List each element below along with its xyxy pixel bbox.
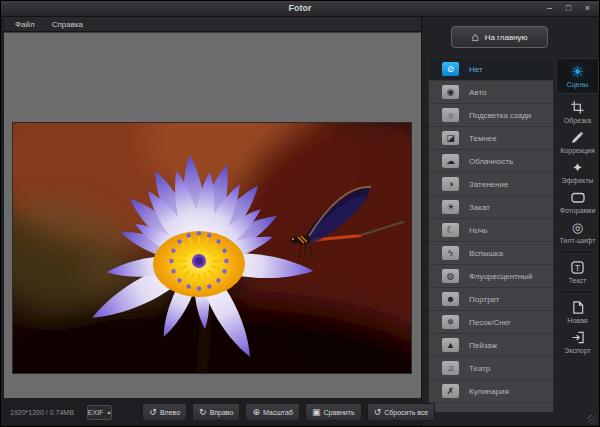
scene-item-label: Затенение xyxy=(469,180,508,189)
frame-icon xyxy=(571,190,585,205)
utensils-icon: ✗ xyxy=(442,384,459,398)
button-label: Масштаб xyxy=(263,409,293,416)
scene-item-cuisine[interactable]: ✗ Кулинария xyxy=(429,380,553,403)
scene-item-label: Театр xyxy=(469,364,490,373)
reset-all-button[interactable]: ↺ Сбросить все xyxy=(367,403,436,421)
scene-item-label: Нет xyxy=(469,65,483,74)
tool-label: Эффекты xyxy=(562,177,594,184)
dark-frame-icon: ◪ xyxy=(442,131,459,145)
water-lily-photo xyxy=(13,123,411,373)
scene-item-landscape[interactable]: ▲ Пейзаж xyxy=(429,334,553,357)
scene-item-label: Авто xyxy=(469,88,486,97)
resize-grip[interactable] xyxy=(588,415,597,424)
scene-item-label: Песок/Снег xyxy=(469,318,511,327)
zoom-plus-icon: ⊕ xyxy=(252,408,260,417)
no-scene-icon: ⊘ xyxy=(442,62,459,76)
scene-item-auto[interactable]: ◉ Авто xyxy=(429,81,553,104)
button-label: Вправо xyxy=(210,409,234,416)
crop-icon xyxy=(571,100,584,115)
tab-correction[interactable]: Коррекция xyxy=(560,130,594,154)
triangle-up-icon: ▲ xyxy=(106,410,111,415)
tab-crop[interactable]: Обрезка xyxy=(564,100,591,124)
scene-item-sand-snow[interactable]: ❄ Песок/Снег xyxy=(429,311,553,334)
rotate-left-button[interactable]: ↺ Влево xyxy=(142,403,187,421)
sparkle-icon: ✦ xyxy=(572,160,583,175)
menu-help[interactable]: Справка xyxy=(52,20,83,29)
tilt-shift-icon: ◎ xyxy=(572,220,583,235)
tool-label: Тилт-шифт xyxy=(560,237,596,244)
home-icon: ⌂ xyxy=(471,31,478,43)
tab-tilt-shift[interactable]: ◎ Тилт-шифт xyxy=(560,220,596,244)
scene-item-label: Ночь xyxy=(469,226,487,235)
snowflake-icon: ❄ xyxy=(442,315,459,329)
photo-preview xyxy=(13,123,411,373)
compare-button[interactable]: ▣ Сравнить xyxy=(305,403,362,421)
person-icon: ☻ xyxy=(442,292,459,306)
lamp-icon: ◍ xyxy=(442,269,459,283)
scene-item-darker[interactable]: ◪ Темнее xyxy=(429,127,553,150)
rotate-right-button[interactable]: ↻ Вправо xyxy=(192,403,240,421)
scene-item-shade[interactable]: ◑ Затенение xyxy=(429,173,553,196)
scenes-sun-icon: ☀ xyxy=(571,64,584,79)
scene-item-cloudy[interactable]: ☁ Облачность xyxy=(429,150,553,173)
tool-label: Обрезка xyxy=(564,117,591,124)
tool-label: Фоторамки xyxy=(560,207,596,214)
rotate-left-icon: ↺ xyxy=(149,408,157,417)
tab-effects[interactable]: ✦ Эффекты xyxy=(562,160,594,184)
scene-item-label: Вспышка xyxy=(469,249,503,258)
svg-text:T: T xyxy=(575,263,580,273)
tab-scenes[interactable]: ☀ Сцены xyxy=(556,58,599,94)
tab-export[interactable]: Экспорт xyxy=(564,330,590,354)
minimize-button[interactable]: – xyxy=(544,2,555,15)
scene-item-none[interactable]: ⊘ Нет xyxy=(429,58,553,81)
scene-item-label: Пейзаж xyxy=(469,341,497,350)
maximize-button[interactable]: □ xyxy=(563,2,574,15)
scene-item-night[interactable]: ☾ Ночь xyxy=(429,219,553,242)
cloud-icon: ☁ xyxy=(442,154,459,168)
scene-item-label: Кулинария xyxy=(469,387,509,396)
sun-flare-icon: ☼ xyxy=(442,108,459,122)
tool-label: Текст xyxy=(569,277,587,284)
tool-label: Сцены xyxy=(567,81,589,88)
title-bar: Fotor – □ × xyxy=(1,1,599,17)
window-controls: – □ × xyxy=(544,2,593,15)
scene-item-label: Облачность xyxy=(469,157,513,166)
moon-icon: ☾ xyxy=(442,223,459,237)
home-button-label: На главную xyxy=(485,33,528,42)
scene-item-backlight[interactable]: ☼ Подсветка сзади xyxy=(429,104,553,127)
exif-label: EXIF xyxy=(88,409,104,416)
scene-item-label: Закат xyxy=(469,203,490,212)
zoom-button[interactable]: ⊕ Масштаб xyxy=(245,403,300,421)
scene-item-sunset[interactable]: ☀ Закат xyxy=(429,196,553,219)
camera-icon: ◉ xyxy=(442,85,459,99)
shade-icon: ◑ xyxy=(442,177,459,191)
window-title: Fotor xyxy=(1,3,599,13)
rail-divider xyxy=(561,292,595,294)
lightning-icon: ϟ xyxy=(442,246,459,260)
canvas-actions: ↺ Влево ↻ Вправо ⊕ Масштаб ▣ Сравнить ↺ … xyxy=(142,403,435,421)
tab-new[interactable]: Новая xyxy=(567,300,587,324)
scenes-list: ⊘ Нет ◉ Авто ☼ Подсветка сзади ◪ Темнее … xyxy=(428,57,554,413)
scene-item-label: Флуоресцентный xyxy=(469,272,532,281)
text-tool-icon: T xyxy=(571,260,584,275)
tool-label: Коррекция xyxy=(560,147,594,154)
scene-item-flash[interactable]: ϟ Вспышка xyxy=(429,242,553,265)
sunset-icon: ☀ xyxy=(442,200,459,214)
status-bar: 1920*1200 / 0.74MB EXIF ▲ ↺ Влево ↻ Впра… xyxy=(4,398,421,426)
button-label: Влево xyxy=(160,409,180,416)
scene-item-fluorescent[interactable]: ◍ Флуоресцентный xyxy=(429,265,553,288)
scene-item-portrait[interactable]: ☻ Портрет xyxy=(429,288,553,311)
exif-dropdown[interactable]: EXIF ▲ xyxy=(87,405,113,420)
tool-rail: ☀ Сцены Обрезка Коррекция ✦ Эффекты Фото… xyxy=(555,58,600,354)
close-button[interactable]: × xyxy=(582,2,593,15)
reset-icon: ↺ xyxy=(374,408,382,417)
rail-divider xyxy=(561,252,595,254)
rotate-right-icon: ↻ xyxy=(199,408,207,417)
menu-file[interactable]: Файл xyxy=(15,20,35,29)
scene-item-label: Темнее xyxy=(469,134,497,143)
tab-frames[interactable]: Фоторамки xyxy=(560,190,596,214)
scene-item-theatre[interactable]: ♫ Театр xyxy=(429,357,553,380)
scene-item-label: Портрет xyxy=(469,295,499,304)
home-button[interactable]: ⌂ На главную xyxy=(451,26,548,48)
tab-text[interactable]: T Текст xyxy=(569,260,587,284)
